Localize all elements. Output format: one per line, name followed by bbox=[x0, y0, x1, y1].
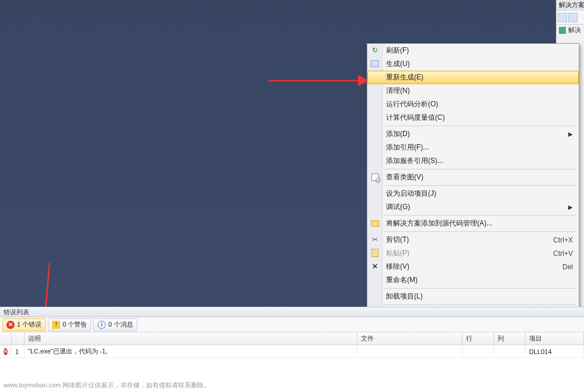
submenu-arrow-icon: ▶ bbox=[568, 204, 573, 210]
menu-shortcut: Ctrl+X bbox=[553, 236, 573, 244]
menu-item-label: 添加服务引用(S)... bbox=[386, 156, 443, 166]
info-icon: i bbox=[98, 321, 106, 329]
solution-explorer-title: 解决方案 bbox=[557, 0, 584, 11]
menu-item-build[interactable]: 生成(U) bbox=[367, 57, 579, 71]
menu-item-remove[interactable]: ✕ 移除(V) Del bbox=[367, 260, 579, 273]
menu-item-add-reference[interactable]: 添加引用(F)... bbox=[367, 141, 579, 154]
col-icon[interactable] bbox=[0, 332, 12, 345]
row-column-cell bbox=[494, 345, 526, 358]
error-list-title: 错误列表 bbox=[0, 307, 584, 317]
menu-item-label: 生成(U) bbox=[386, 59, 410, 69]
warnings-filter-button[interactable]: ! 0 个警告 bbox=[48, 318, 91, 331]
menu-item-unload-project[interactable]: 卸载项目(L) bbox=[367, 290, 579, 303]
menu-item-refresh[interactable]: ↻ 刷新(F) bbox=[367, 44, 579, 57]
row-line-cell bbox=[463, 345, 494, 358]
menu-item-label: 卸载项目(L) bbox=[386, 292, 423, 301]
messages-filter-button[interactable]: i 0 个消息 bbox=[93, 318, 137, 331]
menu-item-add[interactable]: 添加(D) ▶ bbox=[367, 127, 579, 141]
menu-item-label: 粘贴(P) bbox=[386, 248, 409, 258]
menu-item-add-to-source-control[interactable]: 将解决方案添加到源代码管理(A)... bbox=[367, 217, 579, 230]
messages-count-label: 0 个消息 bbox=[108, 320, 133, 329]
solution-explorer-toolbar bbox=[557, 11, 584, 25]
menu-item-clean[interactable]: 清理(N) bbox=[367, 84, 579, 98]
warnings-count-label: 0 个警告 bbox=[62, 320, 87, 329]
error-icon: ✕ bbox=[6, 321, 15, 329]
error-list-toolbar: ✕ 1 个错误 ! 0 个警告 i 0 个消息 bbox=[0, 317, 584, 332]
menu-item-cut[interactable]: ✂ 剪切(T) Ctrl+X bbox=[367, 233, 579, 247]
menu-shortcut: Del bbox=[562, 263, 573, 271]
paste-icon bbox=[370, 248, 380, 258]
col-description[interactable]: 说明 bbox=[25, 332, 357, 345]
project-context-menu: ↻ 刷新(F) 生成(U) 重新生成(E) 清理(N) 运行代码分析(O) 计算… bbox=[367, 43, 579, 337]
row-project-cell: DLL014 bbox=[526, 345, 584, 358]
menu-item-rebuild[interactable]: 重新生成(E) bbox=[367, 71, 579, 84]
watermark-text: www.toymoban.com 网络图片仅供展示，非存储，如有侵权请联系删除。 bbox=[4, 381, 210, 390]
error-icon: ✕ bbox=[4, 348, 8, 355]
menu-item-add-service-reference[interactable]: 添加服务引用(S)... bbox=[367, 154, 579, 168]
error-list-panel: 错误列表 ✕ 1 个错误 ! 0 个警告 i 0 个消息 说明 文件 行 列 项… bbox=[0, 307, 584, 392]
remove-icon: ✕ bbox=[370, 262, 380, 271]
menu-item-calc-code-metrics[interactable]: 计算代码度量值(C) bbox=[367, 111, 579, 124]
row-description-cell: "LC.exe"已退出，代码为 -1。 bbox=[25, 345, 357, 358]
errors-count-label: 1 个错误 bbox=[17, 320, 41, 329]
warning-icon: ! bbox=[52, 321, 60, 329]
col-file[interactable]: 文件 bbox=[357, 332, 463, 345]
menu-item-label: 刷新(F) bbox=[386, 46, 409, 55]
menu-item-label: 查看类图(V) bbox=[386, 172, 423, 182]
menu-item-label: 重新生成(E) bbox=[386, 72, 423, 82]
col-project[interactable]: 项目 bbox=[526, 332, 584, 345]
error-list-row[interactable]: ✕ 1 "LC.exe"已退出，代码为 -1。 DLL014 bbox=[0, 345, 584, 358]
solution-tree-label: 解决 bbox=[568, 26, 581, 34]
error-list-header: 说明 文件 行 列 项目 bbox=[0, 332, 584, 345]
menu-item-label: 添加(D) bbox=[386, 129, 410, 139]
row-file-cell bbox=[357, 345, 463, 358]
refresh-icon: ↻ bbox=[370, 46, 380, 55]
col-line[interactable]: 行 bbox=[463, 332, 494, 345]
menu-item-label: 添加引用(F)... bbox=[386, 143, 429, 152]
toolbar-icon[interactable] bbox=[558, 13, 567, 22]
menu-item-label: 运行代码分析(O) bbox=[386, 99, 438, 109]
solution-tree-row[interactable]: 解决 bbox=[557, 25, 584, 36]
menu-item-view-class-diagram[interactable]: 查看类图(V) bbox=[367, 171, 579, 184]
classview-icon bbox=[370, 172, 380, 182]
menu-item-run-code-analysis[interactable]: 运行代码分析(O) bbox=[367, 98, 579, 111]
submenu-arrow-icon: ▶ bbox=[568, 131, 573, 137]
toolbar-icon[interactable] bbox=[568, 13, 578, 22]
menu-item-label: 调试(G) bbox=[386, 202, 410, 212]
menu-item-label: 设为启动项目(J) bbox=[386, 189, 436, 199]
menu-item-label: 清理(N) bbox=[386, 86, 410, 96]
row-number-cell: 1 bbox=[12, 345, 25, 358]
menu-item-set-as-startup[interactable]: 设为启动项目(J) bbox=[367, 187, 579, 200]
solution-icon bbox=[559, 27, 566, 34]
menu-shortcut: Ctrl+V bbox=[553, 249, 573, 258]
folder-icon bbox=[370, 218, 380, 228]
menu-item-label: 剪切(T) bbox=[386, 235, 409, 245]
cut-icon: ✂ bbox=[370, 235, 380, 244]
menu-item-label: 重命名(M) bbox=[386, 275, 418, 285]
col-column[interactable]: 列 bbox=[494, 332, 526, 345]
menu-item-rename[interactable]: 重命名(M) bbox=[367, 273, 579, 287]
menu-item-label: 计算代码度量值(C) bbox=[386, 113, 445, 123]
row-icon-cell: ✕ bbox=[0, 345, 12, 358]
col-number[interactable] bbox=[12, 332, 25, 345]
menu-item-label: 移除(V) bbox=[386, 262, 409, 272]
errors-filter-button[interactable]: ✕ 1 个错误 bbox=[2, 318, 46, 331]
menu-item-debug[interactable]: 调试(G) ▶ bbox=[367, 200, 579, 214]
menu-item-label: 将解决方案添加到源代码管理(A)... bbox=[386, 218, 492, 228]
menu-item-paste: 粘贴(P) Ctrl+V bbox=[367, 247, 579, 260]
build-icon bbox=[370, 59, 380, 68]
